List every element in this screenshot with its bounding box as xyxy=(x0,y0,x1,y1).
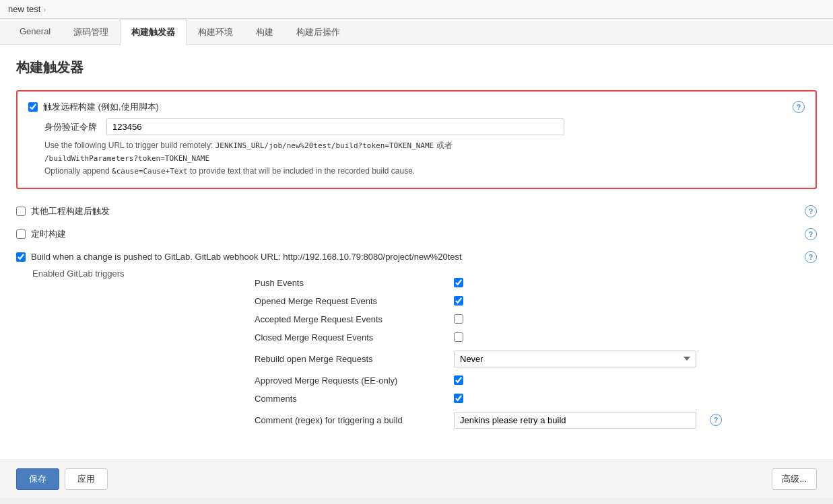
opened-merge-checkbox[interactable] xyxy=(454,296,463,305)
tab-build[interactable]: 构建 xyxy=(244,19,285,45)
closed-merge-checkbox[interactable] xyxy=(454,332,463,342)
url-mono1: JENKINS_URL/job/new%20test/build?token=T… xyxy=(215,141,434,150)
token-label: 身份验证令牌 xyxy=(44,121,98,133)
comments-row: Comments xyxy=(255,390,722,408)
tab-post[interactable]: 构建后操作 xyxy=(285,19,352,45)
scheduled-trigger-label: 定时构建 xyxy=(31,228,66,240)
comments-checkbox[interactable] xyxy=(454,394,463,403)
remote-trigger-section: 触发远程构建 (例如,使用脚本) ? 身份验证令牌 Use the follow… xyxy=(16,90,817,189)
accepted-merge-label: Accepted Merge Request Events xyxy=(255,314,443,324)
page-title: 构建触发器 xyxy=(16,59,817,77)
rebuild-row: Rebuild open Merge Requests Never On pus… xyxy=(255,347,722,371)
tab-trigger[interactable]: 构建触发器 xyxy=(120,19,187,45)
url-text1: Use the following URL to trigger build r… xyxy=(44,141,215,150)
gitlab-trigger-row: Build when a change is pushed to GitLab.… xyxy=(16,246,817,268)
comment-regex-label: Comment (regex) for triggering a build xyxy=(255,415,443,425)
closed-merge-label: Closed Merge Request Events xyxy=(255,332,443,343)
footer-left: 保存 应用 xyxy=(16,468,108,490)
url-text2: 或者 xyxy=(434,141,452,150)
breadcrumb-item-1[interactable]: new test xyxy=(8,4,40,14)
gitlab-trigger-label: Build when a change is pushed to GitLab.… xyxy=(31,252,462,262)
other-trigger-label: 其他工程构建后触发 xyxy=(31,205,110,217)
push-events-checkbox[interactable] xyxy=(454,278,463,287)
url-text3: Optionally append xyxy=(44,166,112,176)
opened-merge-row: Opened Merge Request Events xyxy=(255,292,722,310)
enabled-gitlab-label: Enabled GitLab triggers xyxy=(32,268,133,279)
push-events-label: Push Events xyxy=(255,278,443,288)
breadcrumb: new test › xyxy=(0,0,833,19)
advanced-button[interactable]: 高级... xyxy=(772,468,817,490)
accepted-merge-row: Accepted Merge Request Events xyxy=(255,310,722,328)
save-button[interactable]: 保存 xyxy=(16,468,59,490)
rebuild-select[interactable]: Never On push to source branch On push t… xyxy=(454,351,696,367)
comment-regex-help-icon[interactable]: ? xyxy=(710,414,722,426)
tab-general[interactable]: General xyxy=(8,19,62,45)
remote-trigger-label: 触发远程构建 (例如,使用脚本) xyxy=(43,101,159,113)
scheduled-trigger-row: 定时构建 ? xyxy=(16,223,817,246)
remote-trigger-help-icon[interactable]: ? xyxy=(793,101,805,113)
footer-bar: 保存 应用 高级... xyxy=(0,460,833,498)
url-info: Use the following URL to trigger build r… xyxy=(44,139,805,178)
tab-env[interactable]: 构建环境 xyxy=(187,19,244,45)
remote-trigger-checkbox[interactable] xyxy=(28,102,38,112)
scheduled-trigger-help-icon[interactable]: ? xyxy=(805,228,817,240)
scheduled-trigger-checkbox[interactable] xyxy=(16,229,26,239)
tabs-bar: General 源码管理 构建触发器 构建环境 构建 构建后操作 xyxy=(0,19,833,45)
url-mono3: &cause=Cause+Text xyxy=(112,167,188,176)
gitlab-section: Enabled GitLab triggers Push Events Open… xyxy=(16,268,817,433)
comment-regex-row: Comment (regex) for triggering a build ? xyxy=(255,408,722,433)
approved-merge-label: Approved Merge Requests (EE-only) xyxy=(255,375,443,386)
comment-regex-input[interactable] xyxy=(454,412,696,429)
other-trigger-help-icon[interactable]: ? xyxy=(805,205,817,217)
url-mono2: /buildWithParameters?token=TOKEN_NAME xyxy=(44,154,209,163)
accepted-merge-checkbox[interactable] xyxy=(454,314,463,324)
closed-merge-row: Closed Merge Request Events xyxy=(255,328,722,347)
comments-label: Comments xyxy=(255,394,443,404)
approved-merge-checkbox[interactable] xyxy=(454,375,463,385)
tab-source[interactable]: 源码管理 xyxy=(62,19,120,45)
approved-merge-row: Approved Merge Requests (EE-only) xyxy=(255,371,722,390)
push-events-row: Push Events xyxy=(255,274,722,292)
apply-button[interactable]: 应用 xyxy=(65,468,108,490)
opened-merge-label: Opened Merge Request Events xyxy=(255,296,443,306)
gitlab-triggers-table: Push Events Opened Merge Request Events … xyxy=(255,274,722,433)
token-input[interactable] xyxy=(106,118,564,135)
gitlab-trigger-help-icon[interactable]: ? xyxy=(805,251,817,263)
other-trigger-checkbox[interactable] xyxy=(16,207,26,216)
url-text4: to provide text that will be included in… xyxy=(188,166,415,176)
gitlab-trigger-checkbox[interactable] xyxy=(16,252,26,262)
other-trigger-row: 其他工程构建后触发 ? xyxy=(16,200,817,223)
rebuild-label: Rebuild open Merge Requests xyxy=(255,354,443,364)
breadcrumb-chevron: › xyxy=(43,5,46,13)
